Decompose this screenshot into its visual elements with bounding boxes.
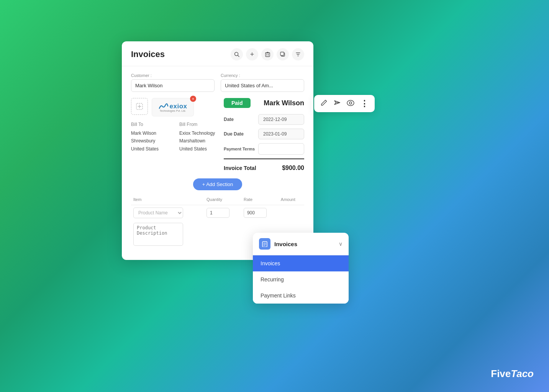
customer-group: Customer : (131, 73, 215, 92)
bill-from-label: Bill From (179, 122, 216, 127)
due-date-row: Due Date (224, 129, 304, 139)
date-input[interactable] (258, 114, 304, 125)
quantity-input[interactable] (206, 208, 229, 218)
payment-terms-input[interactable] (258, 143, 304, 155)
exiox-name-text: exiox (170, 103, 187, 110)
svg-rect-8 (280, 52, 284, 56)
paid-status-row: Paid Mark Wilson (224, 98, 304, 108)
item-col-header: Item (131, 196, 204, 205)
invoice-card-header: Invoices + (122, 41, 313, 66)
bill-to-label: Bill To (131, 122, 168, 127)
invoice-card: Invoices + (122, 41, 313, 260)
date-label: Date (224, 117, 258, 122)
invoice-toolbar: + (231, 48, 304, 60)
bill-to-name: Mark Wilson Shrewsbury United States (131, 129, 168, 153)
svg-line-1 (238, 56, 239, 57)
quantity-cell (204, 205, 241, 221)
exiox-sub-text: Technologies Pvt. Ltd. (160, 109, 186, 112)
dropdown-header-left: Invoices (259, 238, 297, 250)
bill-section: Bill To Mark Wilson Shrewsbury United St… (131, 122, 216, 153)
dropdown-item-payment-links[interactable]: Payment Links (253, 287, 349, 304)
search-button[interactable] (231, 48, 243, 60)
currency-group: Currency : (221, 73, 304, 92)
payment-terms-label: Payment Terms (224, 146, 258, 152)
date-row: Date (224, 114, 304, 125)
bill-to-col: Bill To Mark Wilson Shrewsbury United St… (131, 122, 168, 153)
customer-currency-row: Customer : Currency : (131, 73, 304, 92)
add-button[interactable]: + (246, 48, 258, 60)
edit-icon[interactable] (320, 99, 328, 108)
dropdown-item-recurring[interactable]: Recurring (253, 271, 349, 287)
bill-from-name: Exiox Technology Marshaltown United Stat… (179, 129, 216, 153)
customer-label: Customer : (131, 73, 215, 78)
invoice-total-label: Invoice Total (224, 165, 256, 171)
paid-badge: Paid (224, 98, 251, 108)
copy-button[interactable] (277, 48, 289, 60)
send-icon[interactable] (333, 99, 341, 108)
product-description-input[interactable] (133, 223, 183, 246)
currency-label: Currency : (221, 73, 304, 78)
invoice-total-amount: $900.00 (282, 165, 304, 172)
dropdown-header: Invoices ∨ (253, 233, 349, 255)
invoice-body: Customer : Currency : (122, 66, 313, 260)
currency-input[interactable] (221, 79, 304, 92)
customer-display-name: Mark Wilson (264, 99, 304, 107)
due-date-label: Due Date (224, 131, 258, 137)
quantity-col-header: Quantity (204, 196, 241, 205)
invoice-card-title: Invoices (131, 49, 165, 59)
logo-upload-placeholder[interactable] (131, 98, 148, 115)
view-icon[interactable] (346, 99, 355, 108)
table-row: Product Name (131, 205, 304, 221)
invoice-total-row: Invoice Total $900.00 (224, 163, 304, 173)
logo-area: exiox Technologies Pvt. Ltd. × (131, 98, 216, 116)
dropdown-item-invoices[interactable]: Invoices (253, 255, 349, 271)
fivetaco-branding: FiveTaco (491, 368, 534, 380)
rate-cell (241, 205, 279, 221)
rate-input[interactable] (244, 208, 267, 218)
product-name-select[interactable]: Product Name (133, 207, 183, 218)
bill-from-col: Bill From Exiox Technology Marshaltown U… (179, 122, 216, 153)
item-cell: Product Name (131, 205, 204, 221)
action-panel: ⋮ (314, 95, 375, 112)
customer-input[interactable] (131, 79, 215, 92)
branding-text: FiveTaco (491, 368, 534, 379)
logo-image: exiox Technologies Pvt. Ltd. (152, 98, 194, 116)
exiox-logo: exiox Technologies Pvt. Ltd. (152, 98, 193, 116)
logo-remove-button[interactable]: × (190, 96, 196, 102)
svg-rect-2 (265, 53, 270, 57)
right-bar (311, 83, 313, 114)
logo-image-wrapper: exiox Technologies Pvt. Ltd. × (152, 98, 194, 116)
amount-cell (279, 205, 304, 221)
amount-col-header: Amount (279, 196, 304, 205)
rate-col-header: Rate (241, 196, 279, 205)
dropdown-panel: Invoices ∨ Invoices Recurring Payment Li… (253, 233, 349, 304)
delete-button[interactable] (261, 48, 274, 60)
filter-button[interactable] (292, 48, 304, 60)
svg-point-17 (349, 102, 352, 104)
due-date-input[interactable] (258, 129, 304, 139)
add-section-button[interactable]: + Add Section (193, 178, 243, 190)
payment-terms-row: Payment Terms (224, 143, 304, 155)
dropdown-title: Invoices (274, 241, 297, 247)
dropdown-chevron-icon[interactable]: ∨ (339, 241, 343, 247)
more-options-icon[interactable]: ⋮ (360, 100, 369, 108)
dropdown-icon (259, 238, 270, 250)
svg-point-16 (347, 100, 354, 106)
